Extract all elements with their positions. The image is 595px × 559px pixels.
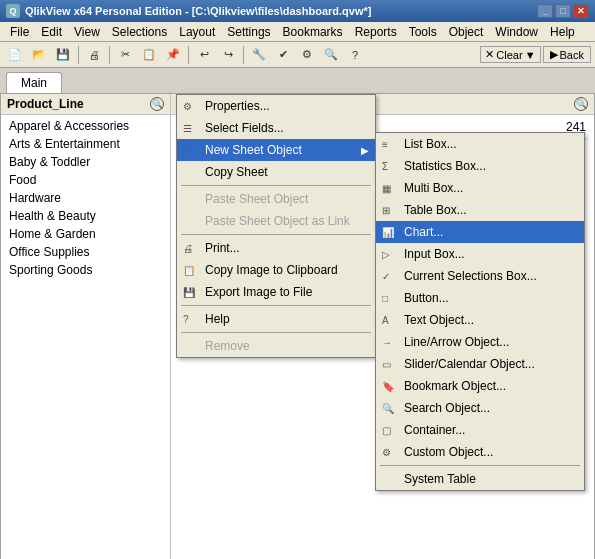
sub-bookmark-object[interactable]: 🔖 Bookmark Object... (376, 375, 584, 397)
ctx-sep-3 (181, 305, 371, 306)
export-image-icon: 💾 (183, 287, 195, 298)
container-icon: ▢ (382, 425, 391, 436)
list-item[interactable]: Food (1, 171, 170, 189)
back-icon: ▶ (550, 48, 558, 61)
back-button[interactable]: ▶ Back (543, 46, 591, 63)
menu-selections[interactable]: Selections (106, 23, 173, 41)
menu-object[interactable]: Object (443, 23, 490, 41)
sub-list-box[interactable]: ≡ List Box... (376, 133, 584, 155)
new-button[interactable]: 📄 (4, 44, 26, 66)
print-button[interactable]: 🖨 (83, 44, 105, 66)
toolbar-btn-7[interactable]: ⚙ (296, 44, 318, 66)
main-content: Product_Line 🔍 Apparel & Accessories Art… (0, 93, 595, 559)
sub-line-arrow-label: Line/Arrow Object... (404, 335, 509, 349)
sub-table-box[interactable]: ⊞ Table Box... (376, 199, 584, 221)
search-icon[interactable]: 🔍 (150, 97, 164, 111)
list-item[interactable]: Health & Beauty (1, 207, 170, 225)
sub-statistics-box[interactable]: Σ Statistics Box... (376, 155, 584, 177)
sub-slider-calendar-object[interactable]: ▭ Slider/Calendar Object... (376, 353, 584, 375)
sub-current-selections-label: Current Selections Box... (404, 269, 537, 283)
sub-custom-object-label: Custom Object... (404, 445, 493, 459)
sub-current-selections-box[interactable]: ✓ Current Selections Box... (376, 265, 584, 287)
chart-icon: 📊 (382, 227, 394, 238)
sub-search-object[interactable]: 🔍 Search Object... (376, 397, 584, 419)
left-panel: Product_Line 🔍 Apparel & Accessories Art… (1, 94, 171, 559)
copy-image-icon: 📋 (183, 265, 195, 276)
right-search-icon[interactable]: 🔍 (574, 97, 588, 111)
menu-view[interactable]: View (68, 23, 106, 41)
toolbar-btn-8[interactable]: 🔍 (320, 44, 342, 66)
toolbar-btn-5[interactable]: 🔧 (248, 44, 270, 66)
sub-input-box[interactable]: ▷ Input Box... (376, 243, 584, 265)
sub-table-box-label: Table Box... (404, 203, 467, 217)
list-item[interactable]: Home & Garden (1, 225, 170, 243)
maximize-button[interactable]: □ (555, 4, 571, 18)
sub-text-object[interactable]: A Text Object... (376, 309, 584, 331)
menu-window[interactable]: Window (489, 23, 544, 41)
help-icon: ? (183, 314, 189, 325)
menu-edit[interactable]: Edit (35, 23, 68, 41)
clear-button[interactable]: ✕ Clear ▼ (480, 46, 540, 63)
window-controls: _ □ ✕ (537, 4, 589, 18)
menu-file[interactable]: File (4, 23, 35, 41)
menu-reports[interactable]: Reports (349, 23, 403, 41)
redo-button[interactable]: ↪ (217, 44, 239, 66)
menu-help[interactable]: Help (544, 23, 581, 41)
list-item[interactable]: Arts & Entertainment (1, 135, 170, 153)
close-button[interactable]: ✕ (573, 4, 589, 18)
paste-button[interactable]: 📌 (162, 44, 184, 66)
toolbar: 📄 📂 💾 🖨 ✂ 📋 📌 ↩ ↪ 🔧 ✔ ⚙ 🔍 ? ✕ Clear ▼ ▶ … (0, 42, 595, 68)
sub-line-arrow-object[interactable]: → Line/Arrow Object... (376, 331, 584, 353)
list-item[interactable]: Baby & Toddler (1, 153, 170, 171)
list-item[interactable]: Sporting Goods (1, 261, 170, 279)
product-line-list: Apparel & Accessories Arts & Entertainme… (1, 115, 170, 281)
ctx-properties[interactable]: ⚙ Properties... (177, 95, 375, 117)
list-item[interactable]: Hardware (1, 189, 170, 207)
list-item[interactable]: Apparel & Accessories (1, 117, 170, 135)
minimize-button[interactable]: _ (537, 4, 553, 18)
sub-separator (380, 465, 580, 466)
ctx-select-fields[interactable]: ☰ Select Fields... (177, 117, 375, 139)
clear-dropdown-icon[interactable]: ▼ (525, 49, 536, 61)
print-icon: 🖨 (183, 243, 193, 254)
window-title: QlikView x64 Personal Edition - [C:\Qlik… (25, 5, 371, 17)
cut-button[interactable]: ✂ (114, 44, 136, 66)
ctx-print[interactable]: 🖨 Print... (177, 237, 375, 259)
ctx-new-sheet-object[interactable]: □ New Sheet Object ▶ (177, 139, 375, 161)
menu-settings[interactable]: Settings (221, 23, 276, 41)
toolbar-btn-9[interactable]: ? (344, 44, 366, 66)
list-item[interactable]: Office Supplies (1, 243, 170, 261)
sub-custom-object[interactable]: ⚙ Custom Object... (376, 441, 584, 463)
ctx-print-label: Print... (205, 241, 240, 255)
list-box-icon: ≡ (382, 139, 388, 150)
ctx-help[interactable]: ? Help (177, 308, 375, 330)
tab-bar: Main (0, 68, 595, 93)
menu-tools[interactable]: Tools (403, 23, 443, 41)
ctx-copy-sheet[interactable]: Copy Sheet (177, 161, 375, 183)
undo-button[interactable]: ↩ (193, 44, 215, 66)
menu-layout[interactable]: Layout (173, 23, 221, 41)
ctx-export-image[interactable]: 💾 Export Image to File (177, 281, 375, 303)
sub-button[interactable]: □ Button... (376, 287, 584, 309)
open-button[interactable]: 📂 (28, 44, 50, 66)
copy-button[interactable]: 📋 (138, 44, 160, 66)
custom-object-icon: ⚙ (382, 447, 391, 458)
left-panel-header: Product_Line 🔍 (1, 94, 170, 115)
clear-icon: ✕ (485, 48, 494, 61)
sub-container[interactable]: ▢ Container... (376, 419, 584, 441)
toolbar-sep-2 (109, 46, 110, 64)
save-button[interactable]: 💾 (52, 44, 74, 66)
toolbar-btn-6[interactable]: ✔ (272, 44, 294, 66)
ctx-paste-sheet-object: Paste Sheet Object (177, 188, 375, 210)
sub-chart[interactable]: 📊 Chart... (376, 221, 584, 243)
sub-system-table[interactable]: System Table (376, 468, 584, 490)
sub-list-box-label: List Box... (404, 137, 457, 151)
sub-multi-box[interactable]: ▦ Multi Box... (376, 177, 584, 199)
ctx-copy-image[interactable]: 📋 Copy Image to Clipboard (177, 259, 375, 281)
sub-system-table-label: System Table (404, 472, 476, 486)
sub-search-object-label: Search Object... (404, 401, 490, 415)
menu-bookmarks[interactable]: Bookmarks (277, 23, 349, 41)
ctx-sep-1 (181, 185, 371, 186)
left-panel-title: Product_Line (7, 97, 84, 111)
tab-main[interactable]: Main (6, 72, 62, 93)
